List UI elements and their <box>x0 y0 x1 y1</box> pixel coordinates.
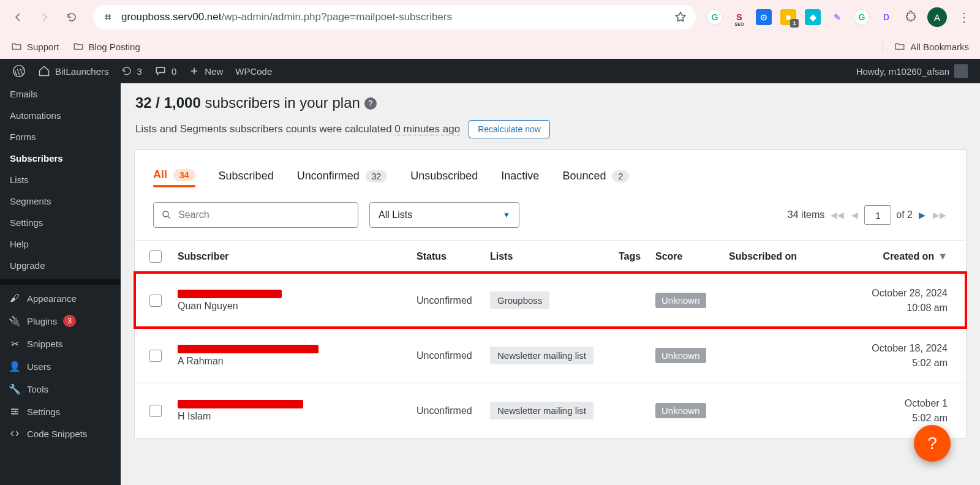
user-avatar-icon <box>954 64 968 78</box>
help-fab[interactable]: ? <box>914 425 951 462</box>
plus-icon <box>189 66 200 77</box>
created-date: October 28, 202410:08 am <box>833 286 960 315</box>
arrow-left-icon <box>12 12 23 23</box>
wpcode-link[interactable]: WPCode <box>229 59 278 83</box>
ext-grammarly-icon[interactable]: G <box>707 9 723 25</box>
address-bar[interactable]: groupboss.serv00.net/wp-admin/admin.php?… <box>93 5 696 29</box>
list-chip[interactable]: Newsletter mailing list <box>490 402 594 419</box>
page-next-icon[interactable]: ▶ <box>918 210 927 220</box>
user-icon: 👤 <box>9 361 21 372</box>
ext-seo-icon[interactable]: SSEO <box>731 9 747 25</box>
select-all-checkbox[interactable] <box>149 250 162 263</box>
browser-top-bar: groupboss.serv00.net/wp-admin/admin.php?… <box>0 0 980 34</box>
profile-avatar[interactable]: A <box>927 7 947 27</box>
sidebar-tools[interactable]: 🔧 Tools <box>0 378 121 400</box>
tab-subscribed[interactable]: Subscribed <box>219 168 274 184</box>
tab-unsubscribed[interactable]: Unsubscribed <box>410 168 478 184</box>
row-checkbox[interactable] <box>149 295 162 307</box>
sidebar-forms[interactable]: Forms <box>0 126 121 148</box>
tab-inactive[interactable]: Inactive <box>501 168 539 184</box>
sidebar-upgrade[interactable]: Upgrade <box>0 255 121 276</box>
table-header: Subscriber Status Lists Tags Score Subsc… <box>135 240 966 273</box>
search-input[interactable] <box>153 202 358 228</box>
url-text: groupboss.serv00.net/wp-admin/admin.php?… <box>121 11 666 23</box>
page-last-icon[interactable]: ▶▶ <box>932 210 948 220</box>
brush-icon: 🖌 <box>9 293 21 304</box>
wordpress-icon <box>12 64 26 78</box>
list-chip[interactable]: Newsletter mailing list <box>490 347 594 364</box>
back-button[interactable] <box>7 7 28 28</box>
recalculate-button[interactable]: Recalculate now <box>469 120 550 138</box>
extensions-puzzle-icon[interactable] <box>903 9 919 25</box>
chrome-menu-icon[interactable]: ⋮ <box>956 10 973 24</box>
table-row[interactable]: H Islam Unconfirmed Newsletter mailing l… <box>135 383 966 438</box>
sort-created-on[interactable]: Created on ▼ <box>833 251 960 262</box>
sidebar-subscribers[interactable]: Subscribers <box>0 148 121 169</box>
updates-indicator[interactable]: 3 <box>115 59 148 83</box>
sidebar-code-snippets[interactable]: Code Snippets <box>0 423 121 445</box>
redacted-email <box>178 400 303 408</box>
plug-icon: 🔌 <box>9 315 21 327</box>
tab-unconfirmed[interactable]: Unconfirmed32 <box>297 168 388 184</box>
toolbar-row: All Lists ▼ 34 items ◀◀ ◀ of 2 ▶ ▶▶ <box>135 190 966 240</box>
subscriber-name: Quan Nguyen <box>178 301 417 312</box>
ext-pen-icon[interactable]: ✎ <box>829 9 845 25</box>
howdy-user[interactable]: Howdy, m10260_afsan <box>850 59 974 83</box>
star-icon[interactable] <box>674 10 687 24</box>
score-chip: Unknown <box>655 348 706 363</box>
sidebar-automations[interactable]: Automations <box>0 105 121 126</box>
update-icon <box>121 66 132 77</box>
score-chip: Unknown <box>655 293 706 308</box>
list-filter-select[interactable]: All Lists ▼ <box>369 202 519 228</box>
created-date: October 18, 20245:02 am <box>833 341 960 370</box>
page-prev-icon[interactable]: ◀ <box>850 210 859 220</box>
bookmark-support[interactable]: Support <box>11 41 59 52</box>
extensions-row: G SSEO ⊙ ■1 ◆ ✎ G D A ⋮ <box>707 7 973 27</box>
sliders-icon <box>9 406 21 417</box>
sidebar-snippets[interactable]: ✂ Snippets <box>0 333 121 355</box>
svg-point-1 <box>163 211 168 217</box>
sidebar-users[interactable]: 👤 Users <box>0 355 121 378</box>
ext-g2-icon[interactable]: G <box>854 9 870 25</box>
ext-teal-icon[interactable]: ◆ <box>805 9 821 25</box>
list-chip[interactable]: Groupboss <box>490 291 549 309</box>
new-content[interactable]: New <box>183 59 229 83</box>
wp-logo[interactable] <box>6 59 32 83</box>
sidebar-help[interactable]: Help <box>0 233 121 255</box>
table-row[interactable]: A Rahman Unconfirmed Newsletter mailing … <box>135 328 966 383</box>
tab-bounced[interactable]: Bounced2 <box>562 168 629 184</box>
forward-button[interactable] <box>34 7 55 28</box>
comments-indicator[interactable]: 0 <box>148 59 183 83</box>
sidebar-settings[interactable]: Settings <box>0 212 121 233</box>
score-chip: Unknown <box>655 403 706 418</box>
ext-yellow-icon[interactable]: ■1 <box>780 9 796 25</box>
plugins-count-badge: 3 <box>63 315 76 327</box>
search-icon <box>161 209 172 220</box>
help-tooltip-icon[interactable]: ? <box>364 97 377 110</box>
all-bookmarks[interactable]: All Bookmarks <box>883 41 969 52</box>
row-checkbox[interactable] <box>149 350 162 362</box>
row-checkbox[interactable] <box>149 405 162 417</box>
wp-sidebar: Emails Automations Forms Subscribers Lis… <box>0 83 121 485</box>
code-icon <box>9 428 21 439</box>
subscribers-panel: All34 Subscribed Unconfirmed32 Unsubscri… <box>134 149 967 438</box>
sidebar-appearance[interactable]: 🖌 Appearance <box>0 287 121 309</box>
page-number-input[interactable] <box>864 205 891 225</box>
bookmark-bar: Support Blog Posting All Bookmarks <box>0 34 980 59</box>
sidebar-segments[interactable]: Segments <box>0 190 121 212</box>
sidebar-wp-settings[interactable]: Settings <box>0 400 121 423</box>
sidebar-plugins[interactable]: 🔌 Plugins 3 <box>0 309 121 333</box>
table-row[interactable]: Quan Nguyen Unconfirmed Groupboss Unknow… <box>135 273 966 328</box>
page-first-icon[interactable]: ◀◀ <box>829 210 845 220</box>
site-name[interactable]: BitLaunchers <box>32 59 115 83</box>
sidebar-lists[interactable]: Lists <box>0 169 121 190</box>
bookmark-blog[interactable]: Blog Posting <box>73 41 140 52</box>
ext-blue-icon[interactable]: ⊙ <box>756 9 772 25</box>
reload-button[interactable] <box>61 7 82 28</box>
calc-row: Lists and Segments subscribers counts we… <box>121 114 980 149</box>
subscriber-name: H Islam <box>178 411 417 422</box>
tabs-row: All34 Subscribed Unconfirmed32 Unsubscri… <box>135 150 966 190</box>
tab-all[interactable]: All34 <box>153 168 195 187</box>
ext-d-icon[interactable]: D <box>878 9 894 25</box>
sidebar-emails[interactable]: Emails <box>0 83 121 105</box>
